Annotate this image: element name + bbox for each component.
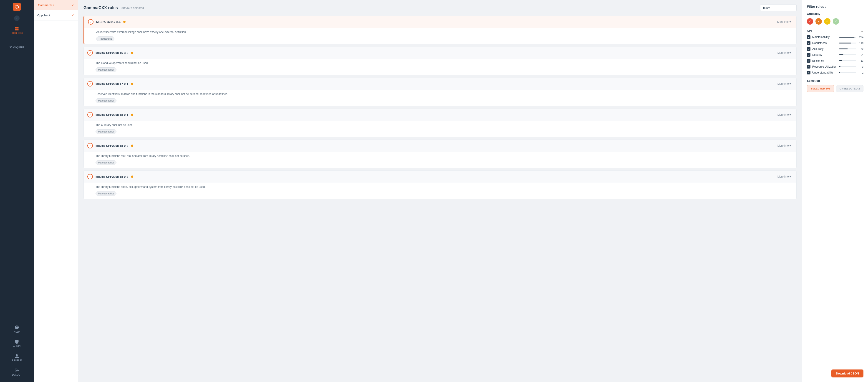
rule-tag-1-0: Maintainability xyxy=(96,67,117,72)
sidebar-collapse-button[interactable]: ‹ xyxy=(14,16,20,21)
kpi-bar-container-robustness xyxy=(839,42,856,43)
kpi-check-robustness[interactable] xyxy=(807,41,810,45)
rules-area: GammaCXX rules 505/507 selected ✓ MISRA-… xyxy=(78,0,802,382)
severity-dot-0 xyxy=(123,21,126,23)
rules-header: GammaCXX rules 505/507 selected xyxy=(84,5,797,11)
rule-desc-2: Reserved identifiers, macros and functio… xyxy=(96,92,793,96)
rule-card-misra-cpp2008-17-0-1: ✓ MISRA-CPP2008-17-0-1 More info ▾ Reser… xyxy=(84,78,797,106)
rule-tag-3-0: Maintainability xyxy=(96,129,117,134)
project-name-cppcheck: Cppcheck xyxy=(37,14,51,17)
unselected-btn-count: 2 xyxy=(859,87,860,90)
rule-tag-0-0: Robustness xyxy=(96,36,115,41)
kpi-label-security: Security xyxy=(812,53,837,56)
rule-tag-2-0: Maintainability xyxy=(96,98,117,103)
rule-check-3[interactable]: ✓ xyxy=(87,112,93,117)
kpi-item-security: Security 24 xyxy=(807,53,863,57)
rule-desc-3: The C library shall not be used. xyxy=(96,123,793,127)
project-item-gammacxx[interactable]: GammaCXX ✓ xyxy=(34,0,78,10)
rule-card-misra-cpp2008-18-0-1: ✓ MISRA-CPP2008-18-0-1 More info ▾ The C… xyxy=(84,109,797,137)
selection-section-title: Selection xyxy=(807,79,863,82)
sidebar-item-profile[interactable]: PROFILE xyxy=(0,351,34,365)
filter-panel: Filter rules : Criticality ✓ ✓ ✓ ✓ KPI ▲… xyxy=(802,0,868,382)
rule-card-misra-c2012-8-6: ✓ MISRA-C2012-8.6 More info ▾ An identif… xyxy=(84,16,797,45)
rules-count: 505/507 selected xyxy=(121,6,144,9)
rule-desc-4: The library functions atof, atoi and ato… xyxy=(96,154,793,158)
kpi-bar-container-security xyxy=(839,54,856,55)
criticality-dot-yellow[interactable]: ✓ xyxy=(824,18,831,25)
rule-card-header-5: ✓ MISRA-CPP2008-18-0-3 More info ▾ xyxy=(84,171,796,183)
project-item-cppcheck[interactable]: Cppcheck ✓ xyxy=(34,10,78,21)
rule-check-0[interactable]: ✓ xyxy=(88,19,93,25)
rule-body-0: An identifier with external linkage shal… xyxy=(84,28,796,44)
selection-buttons: SELECTED 505 UNSELECTED 2 xyxy=(807,85,863,92)
more-info-button-5[interactable]: More info ▾ xyxy=(776,174,793,179)
sidebar-label-admin: ADMIN xyxy=(13,345,21,347)
sidebar-item-projects[interactable]: PROJECTS xyxy=(0,23,34,37)
kpi-bar-container-maintainability xyxy=(839,37,856,37)
kpi-item-resource-utilization: Resource Utilization 3 xyxy=(807,65,863,68)
rule-id-3: MISRA-CPP2008-18-0-1 xyxy=(96,113,128,117)
sidebar-item-scan-queue[interactable]: SCAN QUEUE xyxy=(0,37,34,52)
sidebar-label-profile: PROFILE xyxy=(12,359,22,362)
kpi-check-efficiency[interactable] xyxy=(807,59,810,63)
rule-body-2: Reserved identifiers, macros and functio… xyxy=(84,90,796,106)
unselected-button[interactable]: UNSELECTED 2 xyxy=(836,85,864,92)
rule-card-header-4: ✓ MISRA-CPP2008-18-0-2 More info ▾ xyxy=(84,140,796,152)
sidebar-label-help: HELP xyxy=(14,330,20,333)
kpi-section-title: KPI ▲ xyxy=(807,29,863,33)
rule-check-5[interactable]: ✓ xyxy=(87,174,93,179)
severity-dot-2 xyxy=(131,83,133,85)
app-logo[interactable] xyxy=(13,3,21,11)
kpi-bar-maintainability xyxy=(839,37,855,37)
rules-search-input[interactable] xyxy=(760,5,797,11)
rule-card-header-1: ✓ MISRA-CPP2008-16-3-2 More info ▾ xyxy=(84,47,796,59)
project-check-gammacxx: ✓ xyxy=(71,3,74,7)
kpi-count-security: 24 xyxy=(858,54,863,56)
severity-dot-5 xyxy=(131,176,133,178)
download-json-button[interactable]: Download JSON xyxy=(831,370,863,377)
kpi-item-maintainability: Maintainability 274 xyxy=(807,35,863,39)
kpi-check-understandability[interactable] xyxy=(807,71,810,75)
rule-tag-4-0: Maintainability xyxy=(96,160,117,165)
filter-title: Filter rules : xyxy=(807,5,863,8)
more-info-button-3[interactable]: More info ▾ xyxy=(776,112,793,117)
rule-card-header-0: ✓ MISRA-C2012-8.6 More info ▾ xyxy=(84,16,796,28)
severity-dot-1 xyxy=(131,52,133,54)
rule-card-misra-cpp2008-18-0-3: ✓ MISRA-CPP2008-18-0-3 More info ▾ The l… xyxy=(84,171,797,199)
rule-check-4[interactable]: ✓ xyxy=(87,143,93,148)
more-info-button-0[interactable]: More info ▾ xyxy=(775,19,793,24)
main-content: GammaCXX rules 505/507 selected ✓ MISRA-… xyxy=(78,0,802,382)
kpi-count-efficiency: 13 xyxy=(858,59,863,62)
more-info-button-4[interactable]: More info ▾ xyxy=(776,143,793,148)
kpi-check-accuracy[interactable] xyxy=(807,47,810,51)
sidebar-item-help[interactable]: HELP xyxy=(0,322,34,336)
kpi-count-maintainability: 274 xyxy=(858,36,863,38)
kpi-collapse-icon[interactable]: ▲ xyxy=(861,29,863,33)
criticality-dot-red[interactable]: ✓ xyxy=(807,18,813,25)
rule-card-header-3: ✓ MISRA-CPP2008-18-0-1 More info ▾ xyxy=(84,109,796,121)
severity-dot-3 xyxy=(131,114,133,116)
kpi-check-security[interactable] xyxy=(807,53,810,57)
more-info-button-1[interactable]: More info ▾ xyxy=(776,50,793,55)
selected-btn-count: 505 xyxy=(826,87,830,90)
kpi-check-resource-utilization[interactable] xyxy=(807,65,810,68)
rule-check-2[interactable]: ✓ xyxy=(87,81,93,87)
more-info-button-2[interactable]: More info ▾ xyxy=(776,81,793,86)
rule-check-1[interactable]: ✓ xyxy=(87,50,93,56)
rule-card-misra-cpp2008-18-0-2: ✓ MISRA-CPP2008-18-0-2 More info ▾ The l… xyxy=(84,140,797,168)
kpi-bar-resource-utilization xyxy=(839,66,840,67)
selected-button[interactable]: SELECTED 505 xyxy=(807,85,834,92)
selection-label: Selection xyxy=(807,79,820,82)
kpi-label-resource-utilization: Resource Utilization xyxy=(812,65,837,68)
kpi-check-maintainability[interactable] xyxy=(807,35,810,39)
criticality-dot-orange[interactable]: ✓ xyxy=(815,18,822,25)
rule-id-2: MISRA-CPP2008-17-0-1 xyxy=(96,82,128,86)
sidebar-label-scan-queue: SCAN QUEUE xyxy=(9,46,24,49)
sidebar-item-admin[interactable]: ADMIN xyxy=(0,336,34,351)
kpi-label-accuracy: Accuracy xyxy=(812,47,837,51)
rule-body-5: The library functions abort, exit, geten… xyxy=(84,183,796,199)
kpi-item-efficiency: Efficiency 13 xyxy=(807,59,863,63)
project-name-gammacxx: GammaCXX xyxy=(38,3,55,7)
sidebar-item-logout[interactable]: LOGOUT xyxy=(0,365,34,379)
criticality-dot-light-green[interactable]: ✓ xyxy=(833,18,839,25)
